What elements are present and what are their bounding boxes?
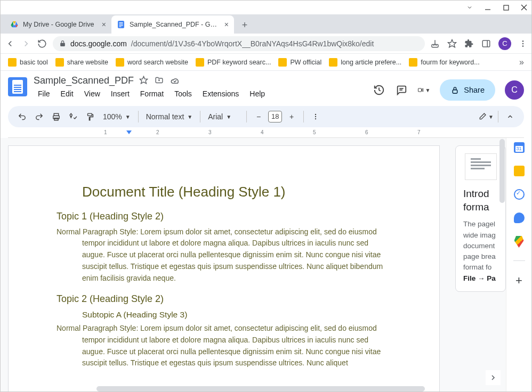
bookmarks-overflow-icon[interactable]: »: [519, 58, 524, 67]
bookmark-star-icon[interactable]: [447, 39, 457, 48]
share-label: Share: [464, 86, 485, 94]
menu-view[interactable]: View: [80, 87, 104, 100]
account-avatar[interactable]: C: [505, 80, 524, 100]
docs-logo-icon[interactable]: [8, 77, 27, 96]
separator: [246, 111, 247, 123]
fontsize-decrease-button[interactable]: −: [251, 109, 266, 124]
separator: [138, 111, 139, 123]
menu-edit[interactable]: Edit: [57, 87, 78, 100]
bookmark-item[interactable]: long article prefere...: [329, 58, 401, 67]
menu-bar: File Edit View Insert Format Tools Exten…: [34, 87, 366, 100]
paragraph[interactable]: Normal Paragraph Style: Lorem ipsum dolo…: [57, 226, 391, 284]
cloud-status-icon[interactable]: [170, 76, 180, 86]
share-url-icon[interactable]: [430, 39, 440, 48]
profile-avatar[interactable]: C: [498, 37, 511, 50]
menu-help[interactable]: Help: [245, 87, 269, 100]
new-tab-button[interactable]: +: [237, 18, 252, 32]
side-panel-icon[interactable]: [481, 39, 491, 48]
comments-icon[interactable]: [395, 84, 408, 96]
folder-icon: [116, 58, 124, 67]
heading-2[interactable]: Topic 1 (Heading Style 2): [57, 211, 391, 222]
extensions-icon[interactable]: [464, 39, 474, 48]
bookmark-item[interactable]: fourm for keyword...: [409, 58, 479, 67]
vertical-scrollbar[interactable]: [498, 138, 506, 382]
tasks-icon[interactable]: [514, 189, 525, 200]
heading-2[interactable]: Topic 2 (Heading Style 2): [57, 293, 391, 305]
menu-file[interactable]: File: [34, 87, 54, 100]
window-titlebar: [1, 1, 531, 14]
browser-tab-drive[interactable]: My Drive - Google Drive ×: [5, 15, 111, 34]
browser-toolbar: docs.google.com/document/d/1VJs6-4YboWrq…: [1, 34, 531, 54]
paragraph[interactable]: Normal Paragraph Style: Lorem ipsum dolo…: [57, 323, 391, 369]
tab-close-icon[interactable]: ×: [224, 20, 229, 29]
paint-format-button[interactable]: [83, 109, 98, 124]
calendar-icon[interactable]: [514, 142, 525, 153]
contacts-icon[interactable]: [514, 213, 525, 223]
heading-1[interactable]: Document Title (Heading Style 1): [82, 183, 391, 201]
style-select[interactable]: Normal text▼: [143, 112, 196, 121]
keep-icon[interactable]: [514, 166, 525, 176]
chrome-menu-icon[interactable]: [519, 39, 527, 48]
svg-rect-32: [87, 113, 92, 116]
more-formatting-icon[interactable]: [308, 109, 323, 124]
separator: [200, 111, 200, 123]
indent-marker-icon[interactable]: [126, 130, 132, 134]
maps-icon[interactable]: [514, 236, 524, 248]
bookmark-item[interactable]: PW official: [278, 58, 321, 67]
tab-title: Sample_Scanned_PDF - Google D: [130, 21, 220, 28]
svg-point-20: [522, 40, 524, 42]
font-select[interactable]: Arial▼: [205, 112, 242, 121]
editing-mode-button[interactable]: ▼: [478, 109, 494, 124]
share-button[interactable]: Share: [440, 79, 495, 101]
folder-icon: [8, 58, 17, 67]
meet-icon[interactable]: ▼: [417, 84, 430, 96]
url-host: docs.google.com: [70, 39, 127, 48]
svg-marker-5: [13, 21, 15, 24]
print-button[interactable]: [49, 109, 63, 124]
window-minimize-icon[interactable]: [485, 4, 491, 11]
spellcheck-button[interactable]: [66, 109, 80, 124]
back-button[interactable]: [5, 38, 15, 49]
horizontal-scrollbar[interactable]: [96, 386, 425, 391]
move-icon[interactable]: [155, 76, 164, 86]
svg-marker-7: [11, 21, 13, 25]
history-icon[interactable]: [373, 84, 385, 96]
window-close-icon[interactable]: [521, 4, 527, 11]
svg-point-35: [315, 118, 316, 119]
heading-3[interactable]: Subtopic A (Heading Style 3): [82, 310, 391, 320]
svg-marker-27: [422, 88, 423, 91]
document-title[interactable]: Sample_Scanned_PDF: [34, 75, 134, 86]
folder-icon: [329, 58, 337, 67]
address-bar[interactable]: docs.google.com/document/d/1VJs6-4YboWrq…: [53, 36, 425, 51]
document-canvas[interactable]: Document Title (Heading Style 1) Topic 1…: [1, 138, 531, 392]
browser-tab-docs[interactable]: Sample_Scanned_PDF - Google D ×: [111, 15, 234, 34]
fontsize-input[interactable]: 18: [268, 111, 282, 123]
bookmark-item[interactable]: share website: [55, 58, 108, 67]
fontsize-increase-button[interactable]: +: [284, 109, 299, 124]
reload-button[interactable]: [37, 38, 47, 49]
menu-format[interactable]: Format: [136, 87, 168, 100]
menu-insert[interactable]: Insert: [107, 87, 134, 100]
add-addon-button[interactable]: +: [515, 274, 522, 288]
folder-icon: [278, 58, 287, 67]
svg-rect-12: [119, 22, 123, 23]
zoom-select[interactable]: 100%▼: [100, 112, 134, 121]
forward-button[interactable]: [21, 38, 31, 49]
document-page[interactable]: Document Title (Heading Style 1) Topic 1…: [8, 145, 440, 392]
svg-marker-23: [140, 76, 148, 83]
bookmark-item[interactable]: PDF keyword searc...: [196, 58, 271, 67]
bookmark-item[interactable]: basic tool: [8, 58, 48, 67]
collapse-toolbar-button[interactable]: [503, 109, 518, 124]
menu-tools[interactable]: Tools: [170, 87, 196, 100]
tab-title: My Drive - Google Drive: [23, 21, 98, 28]
undo-button[interactable]: [14, 109, 29, 124]
star-icon[interactable]: [139, 76, 148, 86]
redo-button[interactable]: [31, 109, 46, 124]
window-maximize-icon[interactable]: [503, 4, 509, 11]
ruler[interactable]: 1 2 3 4 5 6 7: [8, 129, 524, 138]
menu-extensions[interactable]: Extensions: [198, 87, 243, 100]
window-dropdown-icon[interactable]: [466, 4, 473, 11]
side-panel: +: [506, 138, 531, 392]
bookmark-item[interactable]: word search website: [116, 58, 188, 67]
tab-close-icon[interactable]: ×: [102, 20, 106, 29]
